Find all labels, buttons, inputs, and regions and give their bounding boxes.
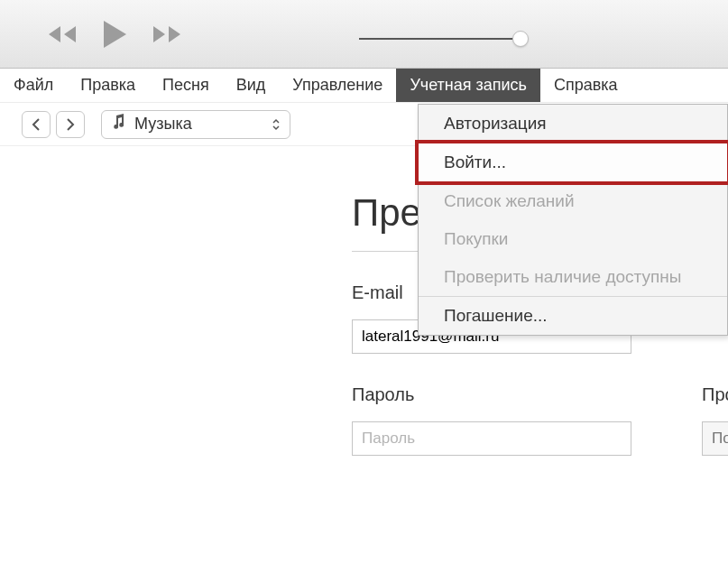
previous-button[interactable] [45,23,79,45]
menu-edit[interactable]: Правка [67,69,149,102]
play-icon [99,18,130,51]
dropdown-item-wishlist: Список желаний [419,182,727,220]
confirm-field[interactable] [702,421,728,456]
menu-song[interactable]: Песня [149,69,223,102]
password-label: Пароль [352,384,631,405]
chevron-left-icon [32,118,41,131]
nav-buttons [22,111,85,138]
back-button[interactable] [22,111,51,138]
progress-knob[interactable] [512,31,529,47]
menu-view[interactable]: Вид [223,69,280,102]
menubar: Файл Правка Песня Вид Управление Учетная… [0,69,728,103]
account-dropdown: Авторизация Войти... Список желаний Поку… [418,104,728,336]
dropdown-arrows-icon [272,118,281,131]
menu-file[interactable]: Файл [0,69,67,102]
progress-track [359,38,521,40]
transport-controls [45,18,184,51]
dropdown-item-check-available: Проверить наличие доступны [419,258,727,296]
library-selector[interactable]: Музыка [101,110,290,139]
play-button[interactable] [99,18,130,51]
menu-help[interactable]: Справка [540,69,631,102]
playback-bar [0,0,728,69]
dropdown-item-purchases: Покупки [419,220,727,258]
chevron-right-icon [66,118,75,131]
menu-controls[interactable]: Управление [279,69,396,102]
confirm-group: Пров [702,384,728,456]
previous-icon [45,23,79,45]
progress-slider[interactable] [359,32,521,45]
password-group: Пароль [352,384,631,456]
confirm-label: Пров [702,384,728,405]
music-note-icon [111,114,125,134]
dropdown-item-redeem[interactable]: Погашение... [419,297,727,335]
forward-button[interactable] [56,111,85,138]
menu-account[interactable]: Учетная запись [396,69,540,102]
next-button[interactable] [150,23,184,45]
library-label: Музыка [134,115,192,134]
password-field[interactable] [352,421,631,456]
dropdown-item-authorization[interactable]: Авторизация [419,105,727,143]
next-icon [150,23,184,45]
dropdown-item-signin[interactable]: Войти... [415,140,728,185]
